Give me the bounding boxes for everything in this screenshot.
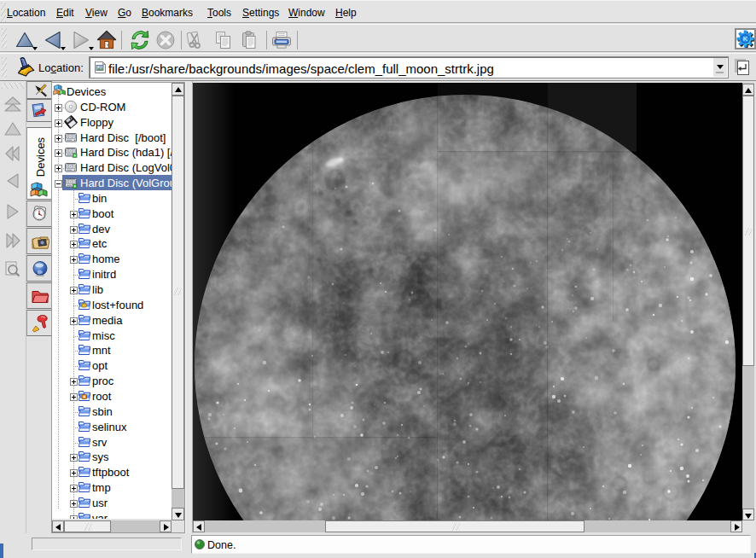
- svg-text:K: K: [743, 35, 748, 43]
